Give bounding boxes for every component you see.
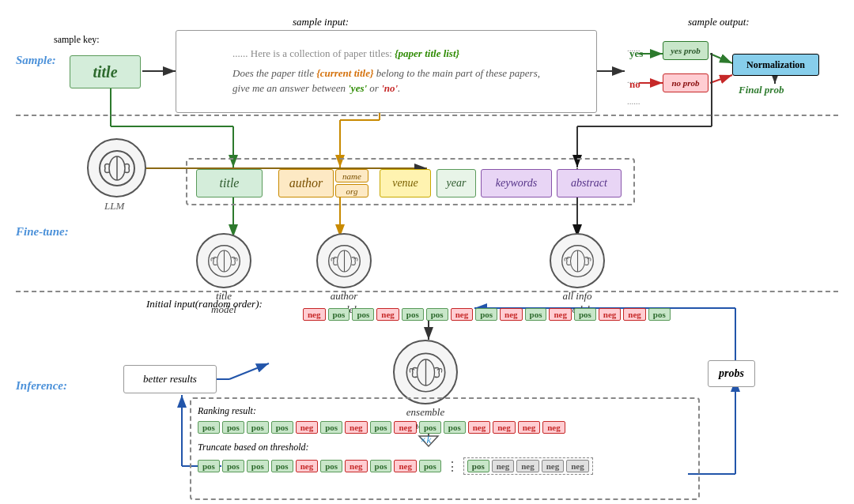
truncate-label: Truncate based on threshold: — [198, 442, 692, 453]
divider-2 — [16, 291, 838, 292]
yes-prob-box: yes prob — [663, 41, 709, 60]
sample-input-label: sample input: — [293, 16, 349, 28]
sample-key-box: title — [70, 55, 141, 88]
llm-icon — [87, 138, 146, 197]
no-prob-box: no prob — [663, 73, 709, 92]
author-model: authormodel — [316, 233, 372, 317]
input-box: ...... Here is a collection of paper tit… — [176, 30, 597, 113]
divider-1 — [16, 115, 838, 116]
svg-line-13 — [710, 75, 732, 83]
yes-label: yes — [629, 47, 643, 60]
better-results-box: better results — [123, 365, 217, 393]
no-label: no — [629, 78, 640, 91]
ranking-tags-row: pos pos pos pos neg pos neg pos neg pos … — [198, 421, 692, 434]
fields-dashed-box — [186, 158, 635, 205]
diagram: Sample: sample key: title sample input: … — [0, 0, 854, 504]
truncate-tags-row: pos pos pos pos neg pos neg pos neg pos … — [198, 457, 692, 475]
svg-line-38 — [229, 363, 269, 379]
sample-output-label: sample output: — [688, 16, 750, 28]
ranking-dashed-box: Ranking result: pos pos pos pos neg pos … — [190, 397, 700, 500]
probs-box: probs — [708, 360, 755, 387]
sample-section-label: Sample: — [16, 54, 56, 67]
all-info-model: all infomodel — [550, 233, 605, 317]
initial-tags-row: neg pos pos neg pos pos neg pos neg pos … — [303, 308, 671, 321]
svg-line-12 — [710, 54, 732, 63]
sample-key-label: sample key: — [54, 33, 100, 47]
final-prob-label: Final prob — [739, 84, 784, 96]
initial-input-label: Initial input(random order): — [146, 298, 263, 310]
inference-section-label: Inference: — [16, 379, 67, 393]
dots-bot: ...... — [627, 96, 640, 106]
normalization-box: Normalization — [732, 54, 819, 76]
llm-label: LLM — [104, 200, 124, 213]
ranking-result-label: Ranking result: — [198, 405, 692, 417]
finetune-section-label: Fine-tune: — [16, 225, 69, 239]
